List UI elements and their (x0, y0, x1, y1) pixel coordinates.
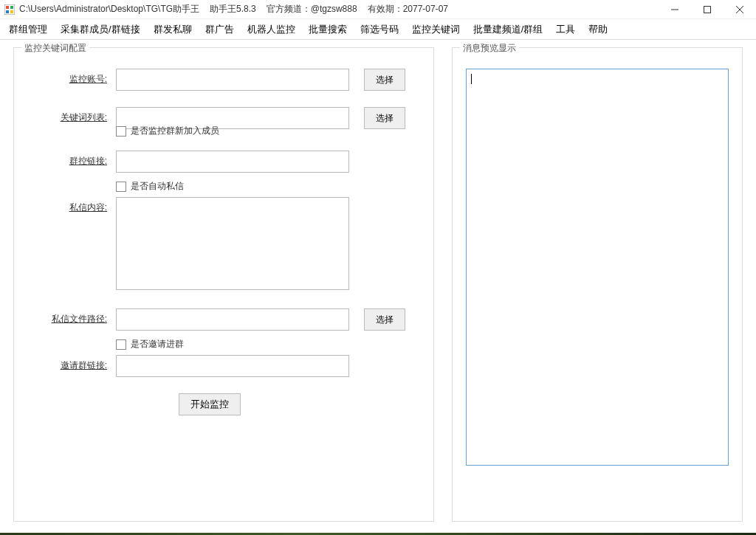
invite-link-input[interactable] (116, 355, 349, 377)
titlebar: C:\Users\Administrator\Desktop\TG\TG助手王 … (0, 0, 756, 19)
label-invite-link: 邀请群链接: (27, 355, 116, 372)
menu-collect-members[interactable]: 采集群成员/群链接 (59, 21, 142, 38)
label-group-link: 群控链接: (27, 151, 116, 168)
keyword-config-legend: 监控关键词配置 (21, 42, 89, 55)
title-expiry: 有效期：2077-07-07 (368, 3, 448, 15)
svg-rect-3 (6, 10, 9, 13)
group-link-input[interactable] (116, 151, 349, 173)
menu-bot-monitor[interactable]: 机器人监控 (246, 21, 297, 38)
start-monitor-button[interactable]: 开始监控 (179, 393, 241, 415)
monitor-new-member-label: 是否监控群新加入成员 (131, 125, 219, 137)
dm-file-input[interactable] (116, 308, 349, 331)
preview-legend: 消息预览显示 (460, 42, 519, 55)
menubar: 群组管理 采集群成员/群链接 群发私聊 群广告 机器人监控 批量搜索 筛选号码 … (0, 19, 756, 40)
close-button[interactable] (724, 0, 756, 19)
keyword-config-group: 监控关键词配置 监控账号: 选择 关键词列表: 选择 是否监控群新加入成员 群控… (13, 47, 434, 522)
account-input[interactable] (116, 69, 349, 91)
label-dm-file: 私信文件路径: (27, 308, 116, 325)
preview-group: 消息预览显示 (452, 47, 743, 522)
menu-group-ad[interactable]: 群广告 (204, 21, 236, 38)
menu-tools[interactable]: 工具 (554, 21, 577, 38)
dm-file-select-button[interactable]: 选择 (364, 308, 405, 331)
title-path: C:\Users\Administrator\Desktop\TG\TG助手王 (19, 3, 199, 15)
menu-mass-dm[interactable]: 群发私聊 (152, 21, 193, 38)
menu-monitor-keyword[interactable]: 监控关键词 (410, 21, 461, 38)
title-channel: 官方频道：@tgzsw888 (267, 3, 357, 15)
invite-to-group-checkbox[interactable] (116, 339, 126, 350)
menu-batch-create[interactable]: 批量建频道/群组 (472, 21, 545, 38)
monitor-new-member-checkbox[interactable] (116, 126, 126, 137)
account-select-button[interactable]: 选择 (364, 69, 405, 91)
auto-dm-checkbox[interactable] (116, 182, 126, 192)
menu-batch-search[interactable]: 批量搜索 (307, 21, 348, 38)
label-account: 监控账号: (27, 69, 116, 86)
svg-rect-4 (10, 10, 13, 13)
menu-filter-number[interactable]: 筛选号码 (359, 21, 400, 38)
maximize-button[interactable] (691, 0, 724, 19)
invite-to-group-label: 是否邀请进群 (131, 338, 184, 351)
app-icon (4, 4, 15, 15)
text-caret (471, 74, 472, 84)
title-app: 助手王5.8.3 (210, 3, 256, 15)
auto-dm-label: 是否自动私信 (131, 180, 184, 193)
svg-rect-1 (6, 6, 9, 9)
minimize-button[interactable] (659, 0, 691, 19)
preview-textarea[interactable] (466, 69, 729, 466)
label-keywords: 关键词列表: (27, 107, 116, 124)
menu-group-manage[interactable]: 群组管理 (7, 21, 49, 38)
label-dm-content: 私信内容: (27, 197, 116, 214)
svg-rect-6 (704, 6, 711, 13)
keywords-select-button[interactable]: 选择 (364, 107, 405, 129)
svg-rect-2 (10, 6, 13, 9)
dm-content-textarea[interactable] (116, 197, 349, 290)
menu-help[interactable]: 帮助 (587, 21, 609, 38)
